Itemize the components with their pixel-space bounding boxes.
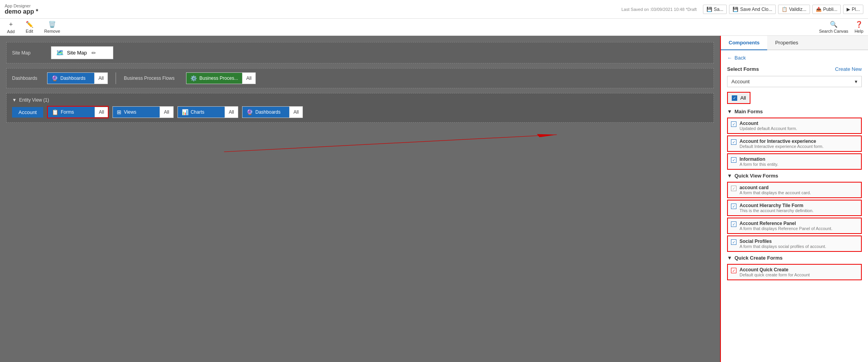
create-new-link[interactable]: Create New: [835, 66, 862, 72]
sitemap-edit-icon[interactable]: ✏: [91, 50, 96, 56]
entity-dashboards-icon: 🔮: [246, 109, 253, 115]
all-checkbox-row[interactable]: ✓ All: [727, 92, 750, 104]
form-desc-social: A form that displays social profiles of …: [740, 244, 858, 249]
forms-blue-btn[interactable]: 📋 Forms: [48, 107, 95, 118]
search-canvas-btn[interactable]: 🔍 Search Canvas: [819, 21, 848, 33]
help-icon: ❓: [855, 21, 863, 28]
views-box: ⊞ Views All: [112, 106, 173, 118]
qc-form-account[interactable]: ✓ Account Quick Create Default quick cre…: [727, 264, 862, 280]
sitemap-row: Site Map 🗺️ Site Map ✏: [12, 46, 708, 59]
form-checkbox-qc-account[interactable]: ✓: [731, 268, 736, 273]
panel-tabs: Components Properties: [721, 36, 868, 50]
form-checkbox-account[interactable]: ✓: [731, 121, 736, 127]
tab-properties[interactable]: Properties: [767, 36, 806, 50]
bp-box: ⚙️ Business Proces... All: [186, 72, 256, 84]
edit-icon: ✏️: [26, 21, 33, 28]
account-btn[interactable]: Account: [12, 107, 43, 118]
edit-cmd[interactable]: ✏️ Edit: [23, 20, 36, 34]
charts-box: 📊 Charts All: [177, 106, 238, 118]
form-checkbox-information[interactable]: ✓: [731, 157, 736, 163]
charts-blue-btn[interactable]: 📊 Charts: [178, 107, 225, 118]
dashboards-blue-btn[interactable]: 🔮 Dashboards: [47, 73, 94, 84]
form-checkbox-reference[interactable]: ✓: [731, 221, 736, 227]
dashboards-row: Dashboards 🔮 Dashboards All Business Pro…: [12, 72, 708, 84]
bp-all-btn[interactable]: All: [242, 73, 255, 83]
chevron-down-icon: ▾: [855, 79, 857, 84]
account-dropdown[interactable]: Account ▾: [727, 76, 862, 87]
form-name-qc-account: Account Quick Create: [740, 267, 858, 272]
sitemap-section: Site Map 🗺️ Site Map ✏: [6, 42, 714, 63]
sitemap-label: Site Map: [12, 50, 47, 56]
form-name-reference: Account Reference Panel: [740, 221, 858, 226]
bp-blue-btn[interactable]: ⚙️ Business Proces...: [186, 73, 242, 84]
app-title: App Designer: [5, 4, 38, 8]
dashboards-label: Dashboards: [60, 76, 86, 81]
form-item-text-reference: Account Reference Panel A form that disp…: [740, 221, 858, 231]
validate-button[interactable]: 📋 Validiz...: [778, 5, 810, 14]
remove-cmd[interactable]: 🗑️ Remove: [42, 20, 63, 34]
top-bar-left: App Designer demo app *: [5, 4, 38, 15]
entity-view-header[interactable]: ▼ Entity View (1): [12, 97, 708, 103]
add-cmd[interactable]: ＋ Add: [5, 19, 17, 35]
help-btn[interactable]: ❓ Help: [854, 21, 863, 33]
form-checkbox-hierarchy[interactable]: ✓: [731, 204, 736, 209]
qv-form-card[interactable]: ✓ account card A form that displays the …: [727, 182, 862, 198]
dashboards-section-label: Dashboards: [12, 76, 47, 81]
select-forms-label: Select Forms: [727, 66, 759, 72]
form-item-text-card: account card A form that displays the ac…: [740, 185, 858, 195]
sitemap-box-label: Site Map: [67, 50, 87, 56]
quick-create-header[interactable]: ▼ Quick Create Forms: [727, 255, 862, 261]
command-bar: ＋ Add ✏️ Edit 🗑️ Remove 🔍 Search Canvas …: [0, 19, 868, 36]
form-item-text-social: Social Profiles A form that displays soc…: [740, 239, 858, 249]
publish-button[interactable]: 📤 Publi...: [812, 5, 841, 14]
tab-components[interactable]: Components: [721, 36, 767, 50]
views-blue-btn[interactable]: ⊞ Views: [113, 107, 160, 118]
entity-dashboards-all-btn[interactable]: All: [289, 107, 302, 117]
qv-form-hierarchy[interactable]: ✓ Account Hierarchy Tile Form This is th…: [727, 200, 862, 216]
main-form-interactive[interactable]: ✓ Account for Interactive experience Def…: [727, 135, 862, 152]
dashboards-section: Dashboards 🔮 Dashboards All Business Pro…: [6, 68, 714, 88]
forms-label: Forms: [61, 109, 74, 115]
form-name-information: Information: [740, 156, 858, 162]
entity-view-section: ▼ Entity View (1) Account 📋 Forms All ⊞: [6, 93, 714, 123]
main-forms-chevron: ▼: [727, 109, 732, 114]
form-desc-interactive: Default Interactive experience Account f…: [740, 144, 858, 149]
back-link[interactable]: ← Back: [727, 55, 862, 61]
views-all-btn[interactable]: All: [160, 107, 173, 117]
bp-icon: ⚙️: [190, 75, 197, 81]
search-icon: 🔍: [830, 21, 838, 28]
form-desc-hierarchy: This is the account hierarchy definition…: [740, 208, 858, 213]
form-name-hierarchy: Account Hierarchy Tile Form: [740, 203, 858, 208]
charts-all-btn[interactable]: All: [225, 107, 238, 117]
sitemap-box[interactable]: 🗺️ Site Map ✏: [51, 46, 113, 59]
add-icon: ＋: [8, 20, 14, 28]
quick-view-header[interactable]: ▼ Quick View Forms: [727, 173, 862, 179]
svg-line-1: [224, 135, 557, 152]
save-button[interactable]: 💾 Sa...: [703, 5, 727, 14]
entity-dashboards-blue-btn[interactable]: 🔮 Dashboards: [242, 107, 289, 118]
qv-form-social[interactable]: ✓ Social Profiles A form that displays s…: [727, 235, 862, 252]
main-forms-header[interactable]: ▼ Main Forms: [727, 109, 862, 114]
form-checkbox-social[interactable]: ✓: [731, 239, 736, 245]
form-item-text-account: Account Updated default Account form.: [740, 121, 858, 131]
forms-all-btn[interactable]: All: [95, 107, 108, 117]
top-bar: App Designer demo app * Last Saved on :0…: [0, 0, 868, 19]
form-checkbox-interactive[interactable]: ✓: [731, 139, 736, 145]
top-bar-right: Last Saved on :03/09/2021 10:48 *Draft 💾…: [622, 5, 864, 14]
form-desc-reference: A form that displays Reference Panel of …: [740, 226, 858, 231]
play-button[interactable]: ▶ Pl...: [843, 5, 863, 14]
form-desc-account: Updated default Account form.: [740, 126, 858, 131]
quick-create-label: Quick Create Forms: [734, 255, 783, 261]
all-checkbox[interactable]: ✓: [732, 95, 737, 101]
dashboards-divider: [116, 72, 116, 84]
entity-view-title: Entity View (1): [19, 97, 49, 103]
qv-form-reference[interactable]: ✓ Account Reference Panel A form that di…: [727, 218, 862, 234]
save-close-button[interactable]: 💾 Save And Clo...: [729, 5, 776, 14]
dashboards-all-btn[interactable]: All: [94, 73, 107, 83]
main-form-information[interactable]: ✓ Information A form for this entity.: [727, 153, 862, 170]
main-form-account[interactable]: ✓ Account Updated default Account form.: [727, 118, 862, 134]
form-checkbox-card[interactable]: ✓: [731, 186, 736, 191]
back-arrow-icon: ←: [727, 55, 732, 61]
form-item-text-qc-account: Account Quick Create Default quick creat…: [740, 267, 858, 277]
back-label: Back: [734, 55, 746, 61]
